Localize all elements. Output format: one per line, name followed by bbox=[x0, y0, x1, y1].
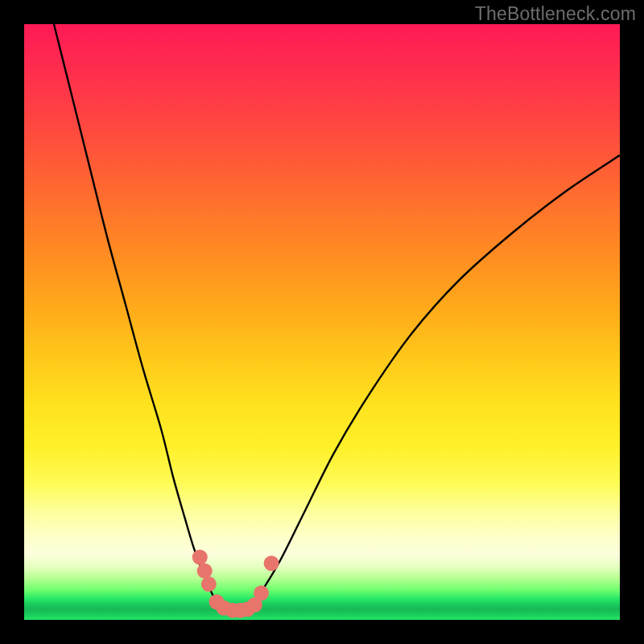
marker-dot bbox=[192, 550, 208, 565]
marker-dot bbox=[209, 594, 225, 609]
plot-area bbox=[24, 24, 620, 620]
marker-group bbox=[192, 550, 279, 618]
marker-dot bbox=[197, 564, 213, 579]
marker-dot bbox=[201, 576, 217, 592]
curve-valley-floor bbox=[221, 608, 250, 611]
marker-dot bbox=[240, 601, 255, 617]
marker-dot bbox=[247, 597, 262, 613]
marker-dot bbox=[225, 603, 241, 618]
curve-right-branch bbox=[250, 155, 620, 608]
marker-dot bbox=[254, 585, 269, 601]
marker-dot bbox=[233, 603, 248, 618]
chart-stage: TheBottleneck.com bbox=[0, 0, 644, 644]
curve-left-branch bbox=[54, 24, 221, 608]
marker-dot bbox=[264, 555, 279, 571]
marker-dot bbox=[216, 601, 231, 616]
curve-overlay bbox=[24, 24, 620, 620]
watermark-text: TheBottleneck.com bbox=[475, 3, 636, 25]
